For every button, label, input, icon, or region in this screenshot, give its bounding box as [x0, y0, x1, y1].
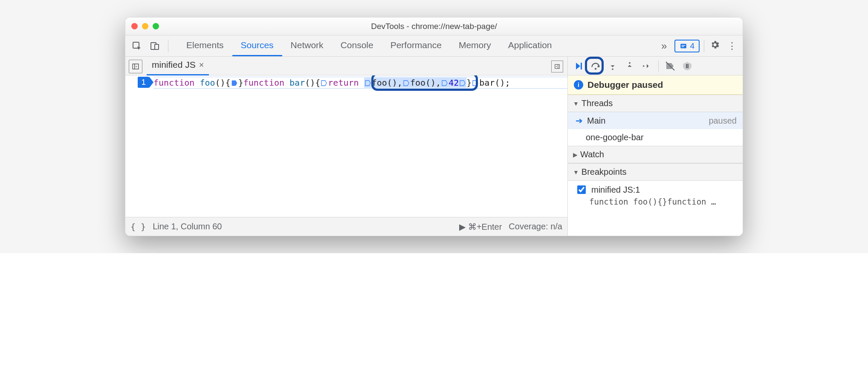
titlebar: DevTools - chrome://new-tab-page/	[125, 17, 743, 35]
issues-badge[interactable]: 4	[674, 40, 700, 52]
file-tab[interactable]: minified JS ×	[147, 56, 209, 75]
threads-section-header[interactable]: ▼ Threads	[568, 95, 743, 112]
run-snippet-button[interactable]: ▶ ⌘+Enter	[459, 222, 502, 232]
close-icon[interactable]: ×	[199, 60, 204, 70]
token-number: 42	[448, 78, 459, 88]
tab-application[interactable]: Application	[500, 35, 561, 56]
svg-rect-13	[686, 64, 687, 68]
token-identifier: foo	[200, 78, 215, 88]
svg-point-9	[595, 68, 596, 69]
coverage-label: Coverage: n/a	[509, 222, 562, 231]
debug-toolbar	[568, 57, 743, 75]
more-tabs-icon[interactable]: »	[658, 40, 670, 52]
toolbar-divider	[704, 40, 704, 52]
gutter: 1	[125, 75, 151, 217]
breakpoint-marker-icon[interactable]	[441, 80, 448, 87]
breakpoint-row[interactable]: minified JS:1	[568, 181, 743, 197]
pause-on-exceptions-icon[interactable]	[680, 59, 694, 73]
breakpoint-preview: function foo(){}function …	[568, 197, 743, 211]
svg-point-10	[612, 68, 613, 70]
thread-status: paused	[709, 116, 737, 126]
show-debugger-icon[interactable]	[551, 61, 563, 72]
step-over-icon[interactable]	[588, 59, 603, 73]
resume-icon[interactable]	[571, 59, 586, 73]
token-identifier: foo	[372, 78, 387, 88]
tab-console[interactable]: Console	[332, 35, 382, 56]
breakpoint-marker-icon[interactable]	[403, 80, 410, 87]
thread-row[interactable]: ➔ Main paused	[568, 112, 743, 129]
token-identifier: bar	[289, 78, 305, 88]
disclosure-triangle-icon: ▼	[573, 100, 579, 107]
statusbar: { } Line 1, Column 60 ▶ ⌘+Enter Coverage…	[125, 217, 567, 236]
disclosure-triangle-icon: ▶	[573, 151, 578, 158]
editor-pane: minified JS × 1 function foo(){}function…	[125, 57, 568, 236]
breakpoint-marker-icon[interactable]	[231, 80, 238, 87]
file-tab-name: minified JS	[152, 60, 196, 70]
breakpoint-label: minified JS:1	[591, 185, 640, 195]
svg-rect-14	[688, 64, 689, 68]
tab-elements[interactable]: Elements	[178, 35, 232, 56]
toolbar-right: » 4 ⋮	[658, 40, 738, 52]
svg-rect-7	[555, 64, 560, 68]
token-keyword: return	[328, 78, 359, 88]
current-thread-arrow-icon: ➔	[576, 116, 583, 126]
svg-point-12	[643, 65, 645, 67]
step-out-icon[interactable]	[622, 59, 637, 73]
toolbar-divider	[658, 61, 659, 72]
devtools-window: DevTools - chrome://new-tab-page/ Elemen…	[125, 17, 743, 236]
svg-rect-5	[682, 46, 684, 47]
close-window-button[interactable]	[131, 23, 138, 29]
window-title: DevTools - chrome://new-tab-page/	[125, 22, 743, 31]
panel-tabs: Elements Sources Network Console Perform…	[178, 35, 560, 56]
device-toolbar-icon[interactable]	[148, 39, 162, 53]
code-area[interactable]: 1 function foo(){}function bar(){return …	[125, 75, 567, 217]
thread-label: one-google-bar	[586, 133, 644, 142]
token-keyword: function	[243, 78, 284, 88]
issues-count: 4	[690, 41, 694, 51]
debugger-paused-banner: i Debugger paused	[568, 75, 743, 95]
info-icon: i	[574, 80, 583, 90]
step-icon[interactable]	[639, 59, 654, 73]
watch-section-header[interactable]: ▶ Watch	[568, 146, 743, 163]
issues-icon	[680, 42, 687, 50]
content: minified JS × 1 function foo(){}function…	[125, 57, 743, 236]
inspect-element-icon[interactable]	[130, 39, 144, 53]
tab-performance[interactable]: Performance	[382, 35, 450, 56]
show-navigator-icon[interactable]	[129, 60, 142, 73]
svg-point-11	[629, 62, 631, 64]
pretty-print-icon[interactable]: { }	[130, 222, 146, 232]
step-into-icon[interactable]	[605, 59, 620, 73]
deactivate-breakpoints-icon[interactable]	[663, 59, 677, 73]
code[interactable]: function foo(){}function bar(){return fo…	[151, 75, 567, 217]
toolbar-divider	[168, 40, 168, 52]
tab-sources[interactable]: Sources	[232, 35, 282, 56]
svg-rect-4	[682, 45, 686, 46]
thread-row[interactable]: one-google-bar	[568, 129, 743, 146]
window-controls	[131, 23, 159, 29]
token-keyword: function	[153, 78, 194, 88]
cursor-position: Line 1, Column 60	[153, 222, 222, 231]
thread-label: Main	[587, 116, 605, 126]
settings-icon[interactable]	[709, 40, 721, 52]
svg-rect-6	[133, 64, 139, 69]
disclosure-triangle-icon: ▼	[573, 169, 579, 176]
breakpoint-marker-icon[interactable]	[459, 80, 466, 87]
breakpoint-checkbox[interactable]	[577, 185, 586, 194]
svg-rect-8	[581, 63, 582, 69]
tab-network[interactable]: Network	[282, 35, 332, 56]
breakpoint-marker-icon[interactable]	[365, 80, 371, 87]
token-identifier: bar	[479, 78, 495, 88]
breakpoint-marker-icon[interactable]	[472, 80, 479, 87]
minimize-window-button[interactable]	[142, 23, 148, 29]
svg-rect-3	[681, 43, 687, 48]
breakpoints-section-header[interactable]: ▼ Breakpoints	[568, 163, 743, 181]
zoom-window-button[interactable]	[153, 23, 159, 29]
more-options-icon[interactable]: ⋮	[726, 40, 738, 52]
line-number[interactable]: 1	[138, 77, 149, 88]
tab-memory[interactable]: Memory	[450, 35, 500, 56]
svg-rect-2	[155, 44, 159, 49]
file-tabbar: minified JS ×	[125, 57, 567, 75]
debug-pane: i Debugger paused ▼ Threads ➔ Main pause…	[568, 57, 743, 236]
debugger-paused-label: Debugger paused	[587, 80, 663, 90]
breakpoint-marker-icon[interactable]	[321, 80, 327, 87]
